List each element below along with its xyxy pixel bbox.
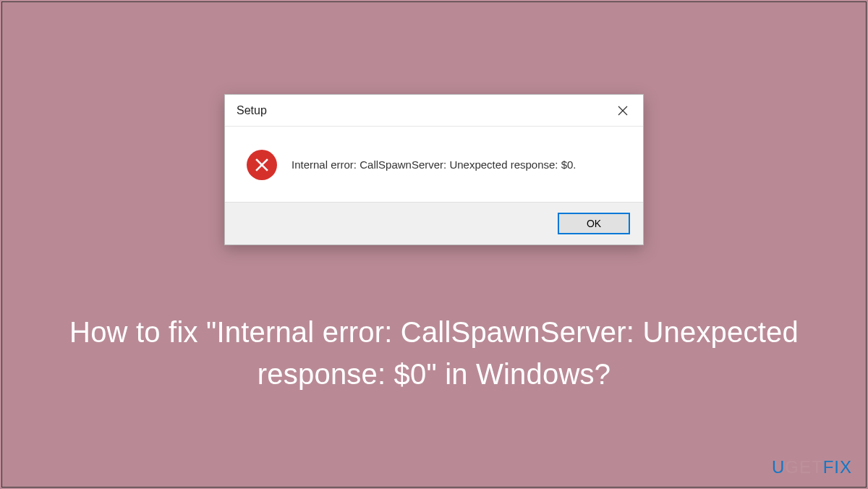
dialog-body: Internal error: CallSpawnServer: Unexpec… xyxy=(225,127,643,202)
ok-button[interactable]: OK xyxy=(558,213,630,234)
close-button[interactable] xyxy=(607,99,639,122)
ok-button-label: OK xyxy=(587,218,601,229)
dialog-footer: OK xyxy=(225,202,643,244)
watermark-part3: FIX xyxy=(823,457,852,477)
article-heading: How to fix "Internal error: CallSpawnSer… xyxy=(0,311,868,395)
watermark-logo: UGETFIX xyxy=(772,457,852,477)
error-icon xyxy=(247,150,277,180)
setup-dialog: Setup Internal error: CallSpawnServer: U… xyxy=(224,94,644,245)
close-icon xyxy=(618,106,628,116)
dialog-titlebar: Setup xyxy=(225,95,643,127)
dialog-title: Setup xyxy=(237,104,267,117)
watermark-part2: GET xyxy=(785,457,822,477)
error-message-text: Internal error: CallSpawnServer: Unexpec… xyxy=(292,158,576,172)
watermark-part1: U xyxy=(772,457,785,477)
